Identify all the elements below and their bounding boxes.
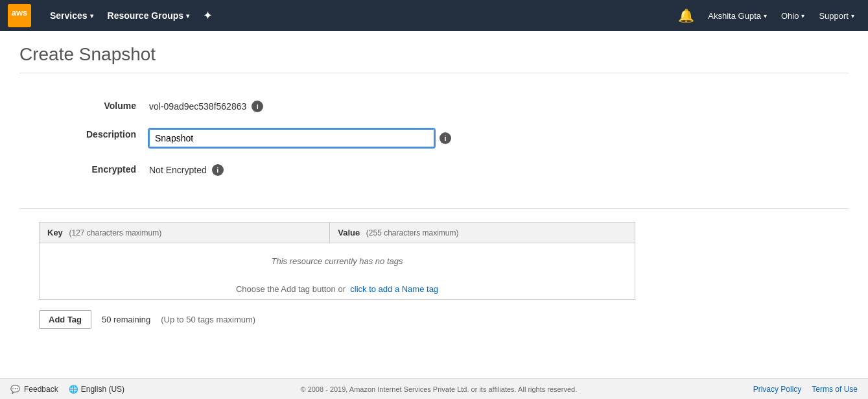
user-menu-button[interactable]: Akshita Gupta ▾: [702, 6, 773, 25]
volume-info-icon[interactable]: i: [252, 101, 263, 112]
volume-row: Volume vol-09ad9ec538f562863 i: [19, 97, 603, 112]
page-title: Create Snapshot: [19, 44, 849, 73]
add-tag-row: Add Tag 50 remaining (Up to 50 tags maxi…: [39, 310, 829, 329]
terms-of-use-link[interactable]: Terms of Use: [812, 385, 858, 394]
pin-button[interactable]: ✦: [196, 5, 219, 27]
encrypted-info-icon[interactable]: i: [212, 164, 224, 176]
description-row: Description i: [19, 125, 603, 147]
services-label: Services: [50, 10, 88, 21]
key-col-label: Key: [47, 228, 63, 237]
region-button[interactable]: Ohio ▾: [775, 6, 810, 25]
aws-logo[interactable]: aws ~: [8, 4, 31, 27]
tags-table: Key (127 characters maximum) Value (255 …: [39, 222, 635, 300]
tags-empty-row: This resource currently has no tags: [40, 243, 635, 280]
value-col-hint: (255 characters maximum): [366, 228, 459, 237]
resource-groups-label: Resource Groups: [108, 10, 183, 21]
footer: 💬 Feedback 🌐 English (US) © 2008 - 2019,…: [0, 378, 868, 399]
description-info-icon[interactable]: i: [440, 132, 451, 144]
tags-section: Key (127 characters maximum) Value (255 …: [19, 222, 849, 342]
language-selector[interactable]: 🌐 English (US): [69, 385, 124, 394]
services-chevron-icon: ▾: [90, 12, 93, 19]
tags-hint-text: Choose the Add tag button or: [236, 284, 346, 294]
tags-max-hint: (Up to 50 tags maximum): [161, 315, 255, 324]
support-button[interactable]: Support ▾: [813, 6, 860, 25]
value-col-label: Value: [338, 228, 360, 237]
tags-empty-message: This resource currently has no tags: [40, 243, 635, 280]
description-value-container: i: [149, 125, 451, 147]
key-col-hint: (127 characters maximum): [69, 228, 161, 237]
encrypted-label: Encrypted: [19, 160, 149, 175]
add-tag-button[interactable]: Add Tag: [39, 310, 91, 329]
resource-groups-button[interactable]: Resource Groups ▾: [100, 6, 196, 25]
encrypted-value: Not Encrypted: [149, 165, 207, 175]
description-label: Description: [19, 125, 149, 139]
user-name: Akshita Gupta: [708, 11, 761, 21]
feedback-label: Feedback: [24, 385, 58, 394]
support-chevron-icon: ▾: [851, 12, 854, 19]
volume-id: vol-09ad9ec538f562863: [149, 101, 246, 112]
privacy-policy-link[interactable]: Privacy Policy: [753, 385, 802, 394]
tags-hint-cell: Choose the Add tag button or click to ad…: [40, 279, 635, 300]
main-content: Create Snapshot Volume vol-09ad9ec538f56…: [0, 31, 868, 378]
description-input[interactable]: [149, 129, 434, 147]
encrypted-row: Encrypted Not Encrypted i: [19, 160, 603, 176]
tags-hint-row: Choose the Add tag button or click to ad…: [40, 279, 635, 300]
feedback-button[interactable]: 💬 Feedback: [10, 385, 58, 394]
support-label: Support: [819, 11, 849, 21]
encrypted-value-container: Not Encrypted i: [149, 160, 224, 176]
volume-label: Volume: [19, 97, 149, 111]
bell-icon[interactable]: 🔔: [673, 5, 699, 26]
language-label: English (US): [81, 385, 124, 394]
tags-remaining: 50 remaining: [102, 315, 150, 324]
volume-value-container: vol-09ad9ec538f562863 i: [149, 97, 263, 112]
user-chevron-icon: ▾: [764, 12, 767, 19]
value-column-header: Value (255 characters maximum): [330, 223, 635, 243]
key-column-header: Key (127 characters maximum): [40, 223, 330, 243]
footer-copyright: © 2008 - 2019, Amazon Internet Services …: [124, 385, 753, 393]
services-button[interactable]: Services ▾: [43, 6, 100, 25]
section-divider: [19, 208, 849, 209]
nav-right: 🔔 Akshita Gupta ▾ Ohio ▾ Support ▾: [673, 5, 860, 26]
region-chevron-icon: ▾: [801, 12, 804, 19]
region-label: Ohio: [781, 11, 799, 21]
add-name-tag-link[interactable]: click to add a Name tag: [350, 284, 438, 294]
footer-links: Privacy Policy Terms of Use: [753, 385, 858, 394]
empty-message-text: This resource currently has no tags: [53, 256, 622, 266]
top-navigation: aws ~ Services ▾ Resource Groups ▾ ✦ 🔔 A…: [0, 0, 868, 31]
tags-header-row: Key (127 characters maximum) Value (255 …: [40, 223, 635, 243]
resource-groups-chevron-icon: ▾: [186, 12, 189, 19]
globe-icon: 🌐: [69, 385, 78, 394]
feedback-icon: 💬: [10, 385, 20, 394]
form-section: Volume vol-09ad9ec538f562863 i Descripti…: [19, 84, 849, 202]
